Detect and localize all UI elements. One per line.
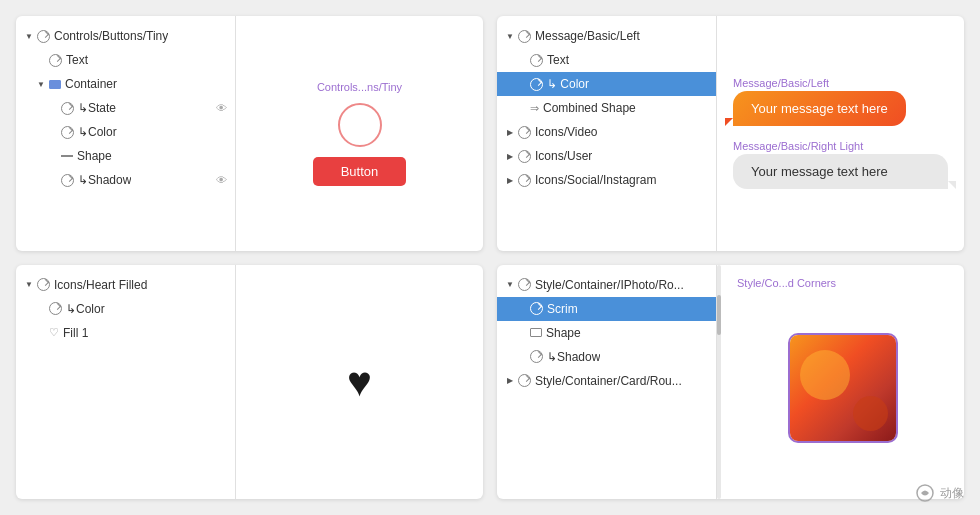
shape-icon [61,155,73,157]
preview-label: Controls...ns/Tiny [317,81,402,93]
tree-row[interactable]: Icons/Video [497,120,716,144]
tree-label: ↳State [78,101,116,115]
cycle-icon [61,102,74,115]
panel-icons-heart: Icons/Heart Filled ↳Color ♡ Fill 1 ♥ [16,265,483,500]
tree-row[interactable]: Shape [16,144,235,168]
tree-row[interactable]: Container [16,72,235,96]
style-preview-label: Style/Co...d Corners [737,277,836,289]
preview-section-1: Controls...ns/Tiny Button [236,16,483,251]
cycle-icon [61,126,74,139]
panel-message-basic: Message/Basic/Left Text ↳ Color ⇒ Combin… [497,16,964,251]
cycle-icon [530,350,543,363]
cycle-icon [61,174,74,187]
tree-row[interactable]: Style/Container/IPhoto/Ro... [497,273,716,297]
message-group-1: Message/Basic/Left Your message text her… [733,77,906,126]
tree-label: Shape [77,149,112,163]
triangle-icon [24,280,34,290]
tree-row[interactable]: ↳Shadow 👁 [16,168,235,192]
tree-section-1: Controls/Buttons/Tiny Text Container ↳St… [16,16,236,251]
heart-preview: ♥ [347,358,372,406]
tree-label: ↳Color [66,302,105,316]
watermark: 动像 [915,483,964,503]
rect-icon [49,80,61,89]
tree-row[interactable]: Style/Container/Card/Rou... [497,369,716,393]
preview-section-3: ♥ [236,265,483,500]
cycle-icon [518,150,531,163]
tree-label: Style/Container/IPhoto/Ro... [535,278,684,292]
tree-row[interactable]: Controls/Buttons/Tiny [16,24,235,48]
cycle-icon [518,174,531,187]
cycle-icon [530,302,543,315]
cycle-icon [518,126,531,139]
tree-label: Shape [546,326,581,340]
tree-label: Message/Basic/Left [535,29,640,43]
tree-section-3: Icons/Heart Filled ↳Color ♡ Fill 1 [16,265,236,500]
msg-label-2: Message/Basic/Right Light [733,140,948,152]
msg-label-1: Message/Basic/Left [733,77,906,89]
triangle-icon [505,151,515,161]
triangle-icon [24,31,34,41]
tree-label: Style/Container/Card/Rou... [535,374,682,388]
cycle-icon [49,302,62,315]
tree-label: Icons/Social/Instagram [535,173,656,187]
tree-row[interactable]: ↳Shadow [497,345,716,369]
tree-row[interactable]: Shape [497,321,716,345]
tree-label: Icons/User [535,149,592,163]
tree-row[interactable]: ♡ Fill 1 [16,321,235,345]
cycle-icon [518,374,531,387]
panel-controls-buttons: Controls/Buttons/Tiny Text Container ↳St… [16,16,483,251]
tree-row[interactable]: Text [16,48,235,72]
msg-bubble-orange: Your message text here [733,91,906,126]
tree-label: Icons/Heart Filled [54,278,147,292]
triangle-icon [505,175,515,185]
tree-row-selected[interactable]: ↳ Color [497,72,716,96]
tree-label: Text [66,53,88,67]
cycle-icon [518,278,531,291]
cycle-icon [37,30,50,43]
rect-outline-icon [530,328,542,337]
tree-label: Combined Shape [543,101,636,115]
tree-row[interactable]: Message/Basic/Left [497,24,716,48]
preview-section-4: Style/Co...d Corners [721,265,964,500]
cycle-icon [530,78,543,91]
arrow-icon: ⇒ [530,102,539,115]
heart-icon-large: ♥ [347,358,372,406]
tree-row[interactable]: ↳Color [16,120,235,144]
tree-section-4: Style/Container/IPhoto/Ro... Scrim Shape… [497,265,717,500]
triangle-icon [36,79,46,89]
msg-bubble-gray: Your message text here [733,154,948,189]
preview-section-2: Message/Basic/Left Your message text her… [717,16,964,251]
red-button[interactable]: Button [313,157,407,186]
tree-label: Text [547,53,569,67]
button-preview: Controls...ns/Tiny Button [313,81,407,186]
eye-icon: 👁 [216,102,227,114]
tree-row-selected[interactable]: Scrim [497,297,716,321]
tree-label: ↳Shadow [78,173,131,187]
tree-row[interactable]: ↳State 👁 [16,96,235,120]
tree-row[interactable]: Icons/Heart Filled [16,273,235,297]
tree-row[interactable]: ↳Color [16,297,235,321]
heart-icon-small: ♡ [49,326,59,339]
main-container: Controls/Buttons/Tiny Text Container ↳St… [0,0,980,515]
tree-row[interactable]: Icons/User [497,144,716,168]
tree-section-2: Message/Basic/Left Text ↳ Color ⇒ Combin… [497,16,717,251]
tree-label: Icons/Video [535,125,598,139]
triangle-icon [505,280,515,290]
triangle-icon [505,127,515,137]
watermark-icon [915,483,935,503]
panel-style-container: Style/Container/IPhoto/Ro... Scrim Shape… [497,265,964,500]
triangle-icon [505,31,515,41]
tree-row[interactable]: ⇒ Combined Shape [497,96,716,120]
triangle-icon [505,376,515,386]
tree-row[interactable]: Icons/Social/Instagram [497,168,716,192]
tree-label: ↳Shadow [547,350,600,364]
tree-label: ↳ Color [547,77,589,91]
eye-icon: 👁 [216,174,227,186]
style-image-inner [790,335,896,441]
style-image [788,333,898,443]
tree-row[interactable]: Text [497,48,716,72]
watermark-text: 动像 [940,485,964,502]
tree-label: Fill 1 [63,326,88,340]
cycle-icon [49,54,62,67]
cycle-icon [530,54,543,67]
